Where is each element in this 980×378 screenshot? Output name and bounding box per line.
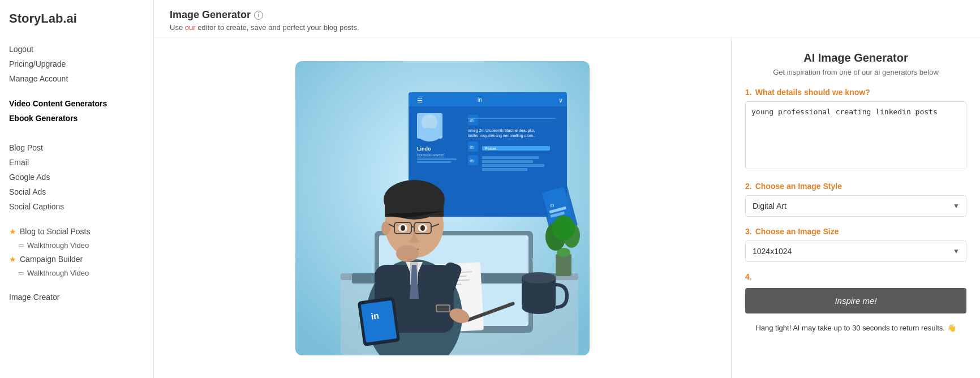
page-header: Image Generator i Use our editor to crea… xyxy=(154,0,980,38)
video-icon: ▭ xyxy=(18,242,24,249)
step1-label: 1. What details should we know? xyxy=(745,88,966,97)
svg-text:Postet: Postet xyxy=(485,147,496,151)
sidebar-blog-post[interactable]: Blog Post xyxy=(9,140,144,155)
step3-question: Choose an Image Size xyxy=(755,227,839,236)
image-section: ☰ in ∨ Lindo borrooloovamel xyxy=(154,38,731,378)
step1-question: What details should we know? xyxy=(755,88,870,97)
page-subtitle: Use our editor to create, save and perfe… xyxy=(170,23,964,32)
svg-text:in: in xyxy=(470,158,474,164)
svg-rect-27 xyxy=(482,156,539,159)
svg-point-50 xyxy=(522,272,556,284)
video-icon-2: ▭ xyxy=(18,269,24,277)
svg-text:☰: ☰ xyxy=(417,97,423,104)
svg-rect-28 xyxy=(482,160,533,163)
svg-text:looltnr msy.olensng nenonallin: looltnr msy.olensng nenonalling ofom.. xyxy=(468,134,535,138)
step2-label: 2. Choose an Image Style xyxy=(745,182,966,191)
svg-rect-80 xyxy=(437,306,449,311)
step4-number: 4. xyxy=(745,272,752,281)
svg-text:in: in xyxy=(470,144,474,150)
svg-point-71 xyxy=(401,225,405,231)
svg-rect-75 xyxy=(397,248,403,258)
inspire-button[interactable]: Inspire me! xyxy=(745,288,966,313)
step3-section: 3. Choose an Image Size 1024x1024 512x51… xyxy=(745,227,966,262)
svg-rect-76 xyxy=(404,246,410,257)
sidebar-google-ads[interactable]: Google Ads xyxy=(9,170,144,184)
sidebar-pricing[interactable]: Pricing/Upgrade xyxy=(9,57,144,71)
step4-section: 4. Inspire me! xyxy=(745,272,966,313)
svg-rect-13 xyxy=(417,158,457,160)
ai-image-display: ☰ in ∨ Lindo borrooloovamel xyxy=(295,61,590,355)
main-content: Image Generator i Use our editor to crea… xyxy=(154,0,980,378)
star-icon-2: ★ xyxy=(9,255,16,264)
style-select-wrapper: Digital Art Photorealistic Watercolor Sk… xyxy=(745,195,966,217)
svg-text:in: in xyxy=(370,311,379,321)
svg-text:in: in xyxy=(478,97,482,103)
star-icon: ★ xyxy=(9,227,16,236)
logo: StoryLab.ai xyxy=(9,11,144,26)
step2-number: 2. xyxy=(745,182,752,191)
sidebar-social-captions[interactable]: Social Captions xyxy=(9,199,144,214)
tools-group: Blog Post Email Google Ads Social Ads So… xyxy=(9,140,144,214)
sidebar-video-generators[interactable]: Video Content Generators xyxy=(9,96,144,111)
sidebar: StoryLab.ai Logout Pricing/Upgrade Manag… xyxy=(0,0,154,378)
svg-rect-29 xyxy=(482,164,544,167)
sidebar-campaign-walkthrough-label: Walkthrough Video xyxy=(27,269,89,277)
size-select[interactable]: 1024x1024 512x512 256x256 xyxy=(745,240,966,262)
sidebar-campaign-label: Campaign Builder xyxy=(20,255,83,264)
svg-point-9 xyxy=(422,114,437,130)
sidebar-blog-social-walkthrough-label: Walkthrough Video xyxy=(27,241,89,250)
step1-number: 1. xyxy=(745,88,752,97)
svg-point-10 xyxy=(418,128,441,141)
svg-point-55 xyxy=(552,216,575,240)
right-panel: AI Image Generator Get inspiration from … xyxy=(731,38,980,378)
size-select-wrapper: 1024x1024 512x512 256x256 ▼ xyxy=(745,240,966,262)
svg-rect-18 xyxy=(468,118,556,119)
sidebar-blog-social-label: Blog to Social Posts xyxy=(20,227,91,236)
content-area: ☰ in ∨ Lindo borrooloovamel xyxy=(154,38,980,378)
panel-subtitle: Get inspiration from one of our ai gener… xyxy=(745,68,966,76)
sidebar-blog-to-social[interactable]: ★ Blog to Social Posts xyxy=(9,224,144,239)
panel-title: AI Image Generator xyxy=(745,51,966,65)
sidebar-blog-social-walkthrough[interactable]: ▭ Walkthrough Video xyxy=(9,239,144,252)
hang-tight-message: Hang tight! AI may take up to 30 seconds… xyxy=(745,324,966,332)
sidebar-ebook-generators[interactable]: Ebook Generators xyxy=(9,111,144,126)
sidebar-email[interactable]: Email xyxy=(9,155,144,170)
step2-section: 2. Choose an Image Style Digital Art Pho… xyxy=(745,182,966,217)
step3-number: 3. xyxy=(745,227,752,236)
step1-section: 1. What details should we know? <span cl… xyxy=(745,88,966,171)
svg-point-73 xyxy=(420,225,425,231)
svg-rect-82 xyxy=(361,300,397,342)
step2-question: Choose an Image Style xyxy=(755,182,842,191)
details-textarea[interactable]: <span class="red-underline">young profes… xyxy=(745,101,966,169)
subtitle-link[interactable]: our xyxy=(185,23,196,32)
svg-text:omeg 2m UicdeontinStactne deao: omeg 2m UicdeontinStactne deaopko, xyxy=(468,128,535,133)
style-select[interactable]: Digital Art Photorealistic Watercolor Sk… xyxy=(745,195,966,217)
sidebar-campaign-walkthrough[interactable]: ▭ Walkthrough Video xyxy=(9,267,144,280)
svg-rect-30 xyxy=(482,168,527,171)
sidebar-manage-account[interactable]: Manage Account xyxy=(9,71,144,86)
page-title: Image Generator i xyxy=(170,9,964,21)
sidebar-social-ads[interactable]: Social Ads xyxy=(9,184,144,199)
sidebar-campaign-builder[interactable]: ★ Campaign Builder xyxy=(9,252,144,267)
svg-text:borrooloovamel: borrooloovamel xyxy=(417,153,445,157)
svg-point-64 xyxy=(381,221,390,235)
svg-text:∨: ∨ xyxy=(558,97,563,104)
sidebar-image-creator[interactable]: Image Creator xyxy=(9,290,144,304)
info-icon[interactable]: i xyxy=(254,11,263,20)
sidebar-logout[interactable]: Logout xyxy=(9,42,144,57)
svg-text:Lindo: Lindo xyxy=(417,146,431,152)
svg-rect-14 xyxy=(417,161,451,163)
step4-label: 4. xyxy=(745,272,966,281)
nav-group: Logout Pricing/Upgrade Manage Account Vi… xyxy=(9,42,144,126)
step3-label: 3. Choose an Image Size xyxy=(745,227,966,236)
generated-image: ☰ in ∨ Lindo borrooloovamel xyxy=(295,61,590,355)
